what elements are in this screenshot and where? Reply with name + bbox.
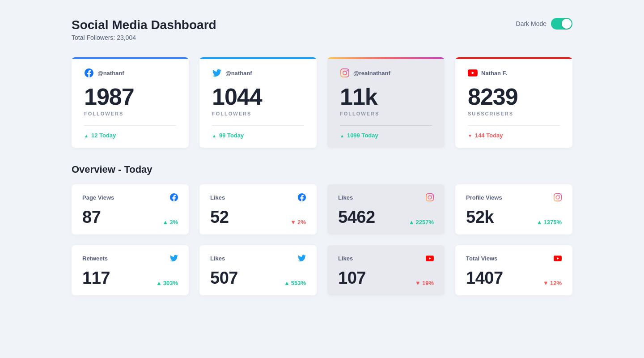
up-arrow-icon [212,132,216,139]
total-followers: Total Followers: 23,004 [72,34,216,41]
youtube-today: 144 Today [468,132,560,139]
youtube-label: SUBSCRIBERS [468,111,560,116]
youtube-card-header: Nathan F. [468,68,560,78]
overview-card-title: Likes [210,255,225,262]
overview-card-value: 5462 [338,209,375,226]
instagram-icon [340,68,350,78]
overview-card-change: ▼ 19% [415,280,434,286]
overview-card-title: Likes [338,194,353,201]
twitter-count: 1044 [212,85,304,108]
overview-card-title: Page Views [82,194,114,201]
overview-card-value: 1407 [466,269,503,286]
instagram-count: 11k [340,85,432,108]
youtube-username: Nathan F. [481,70,507,77]
overview-card-body: 107 ▼ 19% [338,269,434,286]
dark-mode-switch[interactable] [551,18,572,30]
instagram-icon-sm [554,193,562,201]
overview-card-value: 52 [210,209,229,226]
overview-card-title: Total Views [466,255,497,262]
twitter-icon-sm [170,254,178,262]
twitter-label: FOLLOWERS [212,111,304,116]
twitter-icon [212,68,222,78]
overview-card-header: Likes [338,193,434,201]
overview-card-change: ▼ 12% [543,280,562,286]
instagram-card-header: @realnathanf [340,68,432,78]
overview-card-change: ▲ 2257% [409,219,434,226]
overview-card-change: ▲ 1375% [537,219,562,226]
overview-card-header: Likes [338,254,434,262]
overview-card-body: 507 ▲ 553% [210,269,306,286]
instagram-icon-sm [426,193,434,201]
down-arrow-icon [468,132,472,139]
up-arrow-icon [84,132,89,139]
overview-card-title: Likes [210,194,225,201]
overview-likes-instagram: Likes 5462 ▲ 2257% [327,184,445,234]
youtube-icon-sm [554,254,562,262]
facebook-card: @nathanf 1987 FOLLOWERS 12 Today [72,57,189,148]
up-arrow-icon: ▲ [537,219,542,226]
platform-cards-row: @nathanf 1987 FOLLOWERS 12 Today @nathan… [72,57,572,148]
youtube-icon-sm [426,254,434,262]
toggle-knob [562,19,572,29]
up-arrow-icon: ▲ [156,280,162,286]
facebook-label: FOLLOWERS [84,111,176,116]
youtube-count: 8239 [468,85,560,108]
facebook-icon [84,68,94,78]
dark-mode-label: Dark Mode [516,20,547,27]
overview-card-header: Likes [210,254,306,262]
page-container: Social Media Dashboard Total Followers: … [0,0,644,313]
instagram-label: FOLLOWERS [340,111,432,116]
overview-card-value: 507 [210,269,238,286]
facebook-today: 12 Today [84,132,176,139]
header-title-block: Social Media Dashboard Total Followers: … [72,18,216,41]
facebook-count: 1987 [84,85,176,108]
youtube-card: Nathan F. 8239 SUBSCRIBERS 144 Today [455,57,572,148]
overview-card-change: ▲ 3% [162,219,178,226]
overview-likes-twitter: Likes 507 ▲ 553% [199,245,317,295]
overview-card-change: ▲ 303% [156,280,178,286]
overview-page-views-facebook: Page Views 87 ▲ 3% [72,184,189,234]
overview-card-header: Likes [210,193,306,201]
overview-card-body: 5462 ▲ 2257% [338,209,434,226]
overview-card-body: 52 ▼ 2% [210,209,306,226]
overview-card-value: 107 [338,269,366,286]
facebook-card-header: @nathanf [84,68,176,78]
up-arrow-icon [340,132,344,139]
overview-card-body: 52k ▲ 1375% [466,209,562,226]
overview-card-change: ▲ 553% [284,280,306,286]
overview-card-change: ▼ 2% [290,219,306,226]
overview-card-header: Profile Views [466,193,562,201]
up-arrow-icon: ▲ [284,280,290,286]
twitter-card: @nathanf 1044 FOLLOWERS 99 Today [199,57,317,148]
overview-card-value: 117 [82,269,110,286]
twitter-today: 99 Today [212,132,304,139]
overview-card-body: 1407 ▼ 12% [466,269,562,286]
up-arrow-icon: ▲ [409,219,415,226]
facebook-icon-sm [298,193,306,201]
overview-likes-facebook: Likes 52 ▼ 2% [199,184,317,234]
dark-mode-toggle-group: Dark Mode [516,18,572,30]
overview-grid: Page Views 87 ▲ 3% Likes [72,184,572,295]
down-arrow-icon: ▼ [543,280,549,286]
overview-card-value: 52k [466,209,494,226]
instagram-username: @realnathanf [353,70,390,77]
overview-total-views-youtube: Total Views 1407 ▼ 12% [455,245,572,295]
overview-card-title: Profile Views [466,194,502,201]
facebook-icon-sm [170,193,178,201]
instagram-card: @realnathanf 11k FOLLOWERS 1099 Today [327,57,445,148]
overview-card-body: 87 ▲ 3% [82,209,178,226]
twitter-icon-sm [298,254,306,262]
twitter-username: @nathanf [225,70,252,77]
header: Social Media Dashboard Total Followers: … [72,18,572,41]
youtube-icon [468,68,478,78]
down-arrow-icon: ▼ [290,219,296,226]
overview-retweets-twitter: Retweets 117 ▲ 303% [72,245,189,295]
overview-card-header: Total Views [466,254,562,262]
down-arrow-icon: ▼ [415,280,421,286]
overview-card-body: 117 ▲ 303% [82,269,178,286]
overview-card-title: Likes [338,255,353,262]
twitter-card-header: @nathanf [212,68,304,78]
overview-card-header: Page Views [82,193,178,201]
overview-card-header: Retweets [82,254,178,262]
instagram-today: 1099 Today [340,132,432,139]
